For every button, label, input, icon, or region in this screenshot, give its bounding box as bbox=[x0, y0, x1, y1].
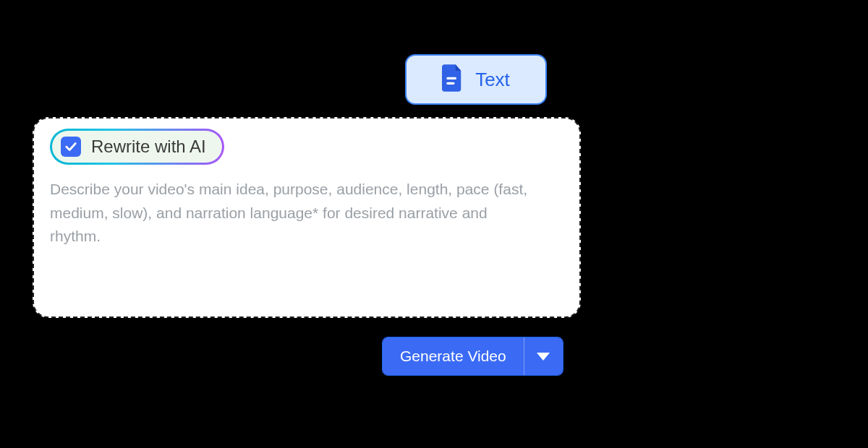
document-icon bbox=[442, 64, 464, 95]
svg-rect-1 bbox=[446, 77, 456, 79]
text-mode-label: Text bbox=[475, 69, 510, 91]
checkbox-checked-icon bbox=[61, 137, 81, 157]
rewrite-with-ai-toggle[interactable]: Rewrite with AI bbox=[50, 129, 224, 165]
generate-video-button-group: Generate Video bbox=[382, 337, 563, 376]
text-mode-chip[interactable]: Text bbox=[405, 54, 547, 105]
prompt-card: Rewrite with AI Describe your video's ma… bbox=[33, 117, 581, 318]
generate-video-label: Generate Video bbox=[400, 348, 506, 365]
rewrite-with-ai-label: Rewrite with AI bbox=[91, 137, 206, 157]
svg-marker-0 bbox=[456, 64, 461, 71]
generate-video-dropdown-button[interactable] bbox=[524, 337, 563, 375]
generate-video-button[interactable]: Generate Video bbox=[383, 337, 524, 375]
svg-rect-2 bbox=[446, 82, 454, 85]
chevron-down-icon bbox=[537, 353, 550, 361]
prompt-textarea[interactable]: Describe your video's main idea, purpose… bbox=[50, 178, 563, 249]
